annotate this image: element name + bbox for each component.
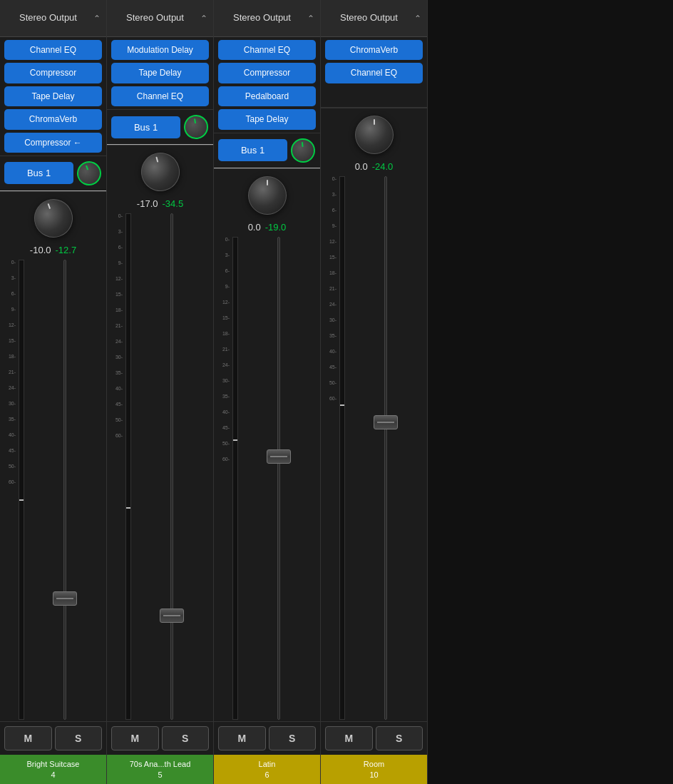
mixer-container: Stereo Output ⌃ Channel EQ Compressor Ta… — [0, 0, 673, 784]
ch4-meter-indicator — [340, 404, 344, 406]
ch3-fader-col — [240, 237, 317, 721]
ch3-volume-knob[interactable] — [248, 176, 287, 215]
ch3-send-knob-container — [290, 138, 316, 163]
ch3-meter — [232, 237, 238, 721]
ch1-header-arrow: ⌃ — [93, 14, 101, 24]
ch3-mute[interactable]: M — [218, 726, 266, 750]
ch1-plugins: Channel EQ Compressor Tape Delay ChromaV… — [0, 37, 106, 156]
ch4-plugin-1[interactable]: ChromaVerb — [325, 40, 423, 60]
ch2-level-green: -34.5 — [163, 198, 184, 209]
ch1-bus-section: Bus 1 — [0, 156, 106, 190]
ch2-connector — [107, 144, 213, 145]
ch1-send-knob[interactable] — [73, 158, 105, 189]
ch1-connector — [0, 190, 106, 191]
ch2-level-display: -17.0 -34.5 — [107, 195, 213, 212]
ch3-solo[interactable]: S — [269, 726, 317, 750]
ch1-plugin-5[interactable]: Compressor ← — [4, 133, 102, 153]
ch1-fader-col — [26, 260, 103, 720]
ch3-bus-button[interactable]: Bus 1 — [218, 139, 287, 161]
ch4-connector — [321, 107, 427, 108]
ch1-send-knob-container — [76, 161, 102, 186]
ch4-track-label: Room 10 — [321, 755, 427, 784]
ch3-level-white: 0.0 — [248, 222, 261, 233]
ch1-volume-knob-area — [0, 191, 106, 242]
ch4-volume-knob-area — [321, 108, 427, 158]
channel-4: Stereo Output ⌃ ChromaVerb Channel EQ 0.… — [321, 0, 428, 784]
ch1-volume-knob[interactable] — [29, 193, 78, 243]
ch1-plugin-1[interactable]: Channel EQ — [4, 40, 102, 60]
ch2-fader-rail — [170, 213, 173, 720]
ch1-level-display: -10.0 -12.7 — [0, 242, 106, 258]
ch2-fader-handle[interactable] — [160, 609, 184, 623]
ch1-plugin-3[interactable]: Tape Delay — [4, 86, 102, 106]
ch4-scale: 0- 3- 6- 9- 12- 15- 18- 21- 24- 30- 35- … — [324, 176, 338, 721]
ch1-meter-indicator — [19, 499, 24, 501]
ch2-track-label: 70s Ana...th Lead 5 — [107, 755, 213, 784]
ch4-fader-rail — [384, 176, 387, 721]
ch3-track-label: Latin 6 — [214, 755, 320, 784]
ch2-volume-knob[interactable] — [136, 148, 183, 195]
ch4-fader-area: 0- 3- 6- 9- 12- 15- 18- 21- 24- 30- 35- … — [321, 175, 427, 722]
channel-1: Stereo Output ⌃ Channel EQ Compressor Ta… — [0, 0, 107, 784]
ch4-plugins: ChromaVerb Channel EQ — [321, 37, 427, 86]
ch1-mute[interactable]: M — [4, 726, 52, 750]
ch1-meter — [19, 260, 24, 720]
ch1-level-white: -10.0 — [30, 245, 51, 255]
ch4-header: Stereo Output ⌃ — [321, 0, 427, 37]
ch2-plugin-3[interactable]: Channel EQ — [111, 86, 209, 106]
ch2-solo[interactable]: S — [162, 726, 210, 750]
ch3-plugin-2[interactable]: Compressor — [218, 63, 316, 83]
ch4-fader-handle[interactable] — [374, 415, 398, 429]
ch3-bus-section: Bus 1 — [214, 133, 320, 168]
ch4-ms: M S — [321, 721, 427, 755]
ch1-fader-handle[interactable] — [53, 591, 77, 606]
ch2-plugin-2[interactable]: Tape Delay — [111, 63, 209, 83]
ch2-plugins: Modulation Delay Tape Delay Channel EQ — [107, 37, 213, 109]
ch1-level-green: -12.7 — [56, 245, 77, 255]
ch2-send-knob-container — [183, 114, 209, 140]
ch3-header: Stereo Output ⌃ — [214, 0, 320, 37]
ch4-level-white: 0.0 — [355, 161, 368, 172]
ch4-plugin-2[interactable]: Channel EQ — [325, 63, 423, 83]
ch1-plugin-2[interactable]: Compressor — [4, 63, 102, 83]
ch3-level-green: -19.0 — [265, 222, 287, 233]
ch3-level-display: 0.0 -19.0 — [214, 219, 320, 235]
ch2-header-arrow: ⌃ — [200, 14, 207, 24]
ch3-plugin-3[interactable]: Pedalboard — [218, 86, 316, 106]
ch4-header-text: Stereo Output — [327, 12, 411, 24]
ch2-bus-button[interactable]: Bus 1 — [111, 116, 180, 138]
ch2-fader-col — [133, 213, 210, 720]
ch3-fader-handle[interactable] — [267, 449, 291, 464]
ch3-scale: 0- 3- 6- 9- 12- 15- 18- 21- 24- 30- 35- … — [217, 237, 231, 721]
ch3-send-knob[interactable] — [290, 137, 317, 163]
ch3-plugin-1[interactable]: Channel EQ — [218, 40, 316, 60]
ch1-header: Stereo Output ⌃ — [0, 0, 106, 37]
ch2-ms: M S — [107, 721, 213, 755]
ch2-header: Stereo Output ⌃ — [107, 0, 213, 37]
ch3-header-arrow: ⌃ — [307, 14, 314, 24]
channel-2: Stereo Output ⌃ Modulation Delay Tape De… — [107, 0, 214, 784]
ch3-plugin-4[interactable]: Tape Delay — [218, 109, 316, 129]
ch3-fader-area: 0- 3- 6- 9- 12- 15- 18- 21- 24- 30- 35- … — [214, 235, 320, 722]
ch2-meter-indicator — [126, 507, 130, 509]
ch3-meter-indicator — [233, 439, 237, 441]
ch2-level-white: -17.0 — [137, 198, 158, 209]
right-empty-area — [428, 0, 673, 784]
ch3-header-text: Stereo Output — [220, 12, 304, 24]
ch1-plugin-4[interactable]: ChromaVerb — [4, 109, 102, 129]
ch4-volume-knob[interactable] — [355, 116, 394, 154]
ch2-scale: 0- 3- 6- 9- 12- 15- 18- 21- 24- 30- 35- … — [110, 213, 124, 720]
ch2-send-knob[interactable] — [182, 113, 210, 141]
ch1-solo[interactable]: S — [55, 726, 103, 750]
ch1-bus-button[interactable]: Bus 1 — [4, 162, 73, 184]
ch4-level-display: 0.0 -24.0 — [321, 158, 427, 175]
ch2-plugin-1[interactable]: Modulation Delay — [111, 40, 209, 60]
ch1-header-text: Stereo Output — [6, 12, 91, 24]
ch3-connector — [214, 168, 320, 168]
ch4-solo[interactable]: S — [376, 726, 423, 750]
ch2-mute[interactable]: M — [111, 726, 159, 750]
ch3-fader-rail — [277, 237, 280, 721]
ch4-meter — [339, 176, 345, 721]
ch4-fader-col — [346, 176, 424, 721]
ch4-mute[interactable]: M — [325, 726, 373, 750]
